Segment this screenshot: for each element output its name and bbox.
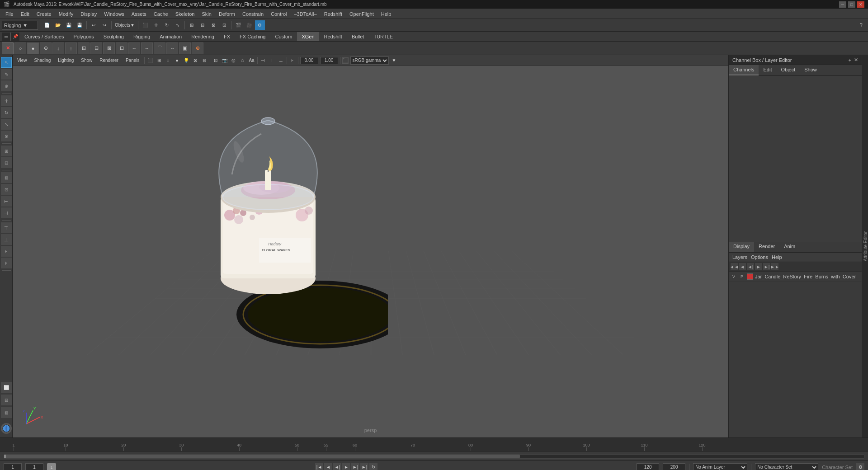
layer-nav-prev2[interactable]: ◄| (747, 263, 754, 270)
viewport[interactable]: View Shading Lighting Show Renderer Pane… (13, 55, 728, 437)
minimize-button[interactable]: ─ (839, 1, 846, 8)
panels-menu[interactable]: Panels (123, 57, 142, 64)
paint-left[interactable]: ⊡ (1, 184, 12, 195)
tab-rendering[interactable]: Rendering (187, 32, 219, 41)
select-tool-btn[interactable]: ⬛ (140, 20, 150, 30)
render-settings-btn[interactable]: ⚙ (255, 20, 265, 30)
menu-item-control[interactable]: Control (267, 10, 290, 18)
attr-editor-label[interactable]: Attribute Editor (863, 231, 868, 261)
frame-start-input[interactable] (4, 463, 22, 470)
menu-item-openflight[interactable]: OpenFlight (346, 10, 377, 18)
shelf-pin-btn[interactable]: 📌 (11, 33, 19, 41)
vp-wireframe-icon[interactable]: ⊞ (156, 57, 163, 64)
tab-display[interactable]: Display (729, 242, 754, 252)
pb-loop[interactable]: ↻ (369, 463, 377, 470)
pb-prev[interactable]: ◄ (324, 463, 332, 470)
shelf-icon-curve-down[interactable]: ⌣ (166, 42, 178, 54)
vp-camera-icon[interactable]: 📷 (221, 57, 228, 64)
menu-item-constrain[interactable]: Constrain (239, 10, 267, 18)
rotate-tool-left[interactable]: ↻ (1, 107, 12, 118)
tab-edit[interactable]: Edit (759, 65, 776, 75)
renderer-menu[interactable]: Renderer (97, 57, 121, 64)
vp-frame-icon[interactable]: ⊦ (289, 57, 296, 64)
tab-redshift[interactable]: Redshift (320, 32, 347, 41)
undo-button[interactable]: ↩ (89, 20, 99, 30)
shelf-icon-dot[interactable]: ● (27, 42, 39, 54)
frame-current-input[interactable] (25, 463, 43, 470)
move-tool-left[interactable]: ✛ (1, 95, 12, 106)
menu-item-skeleton[interactable]: Skeleton (172, 10, 198, 18)
universal-manip-left[interactable]: ⊗ (1, 131, 12, 141)
layer-visibility[interactable]: V (731, 273, 737, 280)
panel-close-button[interactable]: ✕ (854, 57, 858, 63)
scale-tool-left[interactable]: ⤡ (1, 119, 12, 130)
show-manip-left[interactable]: ⊞ (1, 146, 12, 156)
pb-play[interactable]: ► (342, 463, 350, 470)
tab-render[interactable]: Render (754, 242, 779, 252)
options-option[interactable]: Options (751, 254, 768, 260)
rotate-tool-btn[interactable]: ↻ (162, 20, 172, 30)
snap-grid-btn[interactable]: ⊞ (187, 20, 197, 30)
tab-anim[interactable]: Anim (779, 242, 800, 252)
vp-layout2[interactable]: ⊤ (269, 57, 276, 64)
vp-isolate-icon[interactable]: ◎ (230, 57, 237, 64)
vp-aa-icon[interactable]: Aa (248, 57, 255, 64)
shelf-icon-x[interactable]: ✕ (2, 42, 14, 54)
shelf-menu-btn[interactable]: ☰ (2, 33, 10, 41)
menu-item-cache[interactable]: Cache (150, 10, 172, 18)
snap-point-left[interactable]: ⊦ (1, 246, 12, 257)
tab-xgen[interactable]: XGen (297, 32, 319, 41)
vp-select-icon[interactable]: ⬛ (146, 57, 154, 64)
vp-shadow-icon[interactable]: ⊟ (201, 57, 208, 64)
save-as-button[interactable]: 💾 (75, 20, 85, 30)
vp-dropdown-arrow[interactable]: ▼ (391, 57, 398, 64)
sculpt-left[interactable]: ⊠ (1, 172, 12, 183)
vp-far-clip[interactable] (320, 57, 338, 64)
vp-grid-icon[interactable]: ⊡ (212, 57, 219, 64)
tab-curves---surfaces[interactable]: Curves / Surfaces (20, 32, 68, 41)
shelf-icon-grid4[interactable]: ⊡ (116, 42, 127, 54)
colorspace-dropdown[interactable]: sRGB gamma (350, 56, 389, 65)
pb-first[interactable]: |◄ (315, 463, 323, 470)
layer-nav-prev[interactable]: ◄ (739, 263, 746, 270)
move-tool-btn[interactable]: ✛ (151, 20, 161, 30)
3d-scene[interactable]: Hedary FLORAL WAVES — — — (13, 66, 728, 437)
layer-playback[interactable]: P (739, 273, 745, 280)
layer-nav-last[interactable]: ►► (771, 263, 778, 270)
menu-item-display[interactable]: Display (77, 10, 100, 18)
shelf-icon-grid1[interactable]: ⊞ (78, 42, 90, 54)
show-menu[interactable]: Show (78, 57, 95, 64)
new-scene-button[interactable]: 📄 (42, 20, 52, 30)
tab-polygons[interactable]: Polygons (69, 32, 98, 41)
tab-bullet[interactable]: Bullet (347, 32, 369, 41)
menu-item-file[interactable]: File (2, 10, 17, 18)
snap-view-left[interactable]: ⊧ (1, 258, 12, 268)
shelf-icon-arrow-down[interactable]: ↓ (52, 42, 64, 54)
paint-select-left[interactable]: ✎ (1, 69, 12, 80)
snap-surface-btn[interactable]: ⊡ (219, 20, 229, 30)
shelf-icon-grid2[interactable]: ⊟ (90, 42, 102, 54)
render-region-left[interactable]: ⬜ (1, 382, 12, 393)
pb-last[interactable]: ►| (360, 463, 368, 470)
tab-object[interactable]: Object (776, 65, 800, 75)
char-set-dropdown[interactable]: No Character Set (755, 463, 818, 470)
vp-xray-icon[interactable]: ☆ (239, 57, 246, 64)
shelf-icon-arrow-up[interactable]: ↑ (65, 42, 77, 54)
menu-item-deform[interactable]: Deform (215, 10, 239, 18)
shelf-icon-circle[interactable]: ○ (14, 42, 26, 54)
tab-fx-caching[interactable]: FX Caching (235, 32, 270, 41)
menu-item-dtoall[interactable]: –3DToAll– (290, 10, 320, 18)
close-button[interactable]: ✕ (857, 1, 864, 8)
soft-select-left[interactable]: ⊟ (1, 157, 12, 168)
vp-layout3[interactable]: ⊥ (278, 57, 285, 64)
frame-end2-input[interactable] (663, 463, 685, 470)
open-scene-button[interactable]: 📂 (53, 20, 63, 30)
layer-nav-next[interactable]: ►| (763, 263, 770, 270)
shelf-icon-arrow-right[interactable]: → (141, 42, 153, 54)
snap-curve-left[interactable]: ⊥ (1, 234, 12, 245)
help-btn[interactable]: ? (856, 20, 866, 30)
layer-nav-first[interactable]: ◄◄ (731, 263, 738, 270)
tab-rigging[interactable]: Rigging (129, 32, 155, 41)
maximize-button[interactable]: □ (848, 1, 855, 8)
vp-color-icon[interactable]: ⬛ (342, 57, 349, 64)
